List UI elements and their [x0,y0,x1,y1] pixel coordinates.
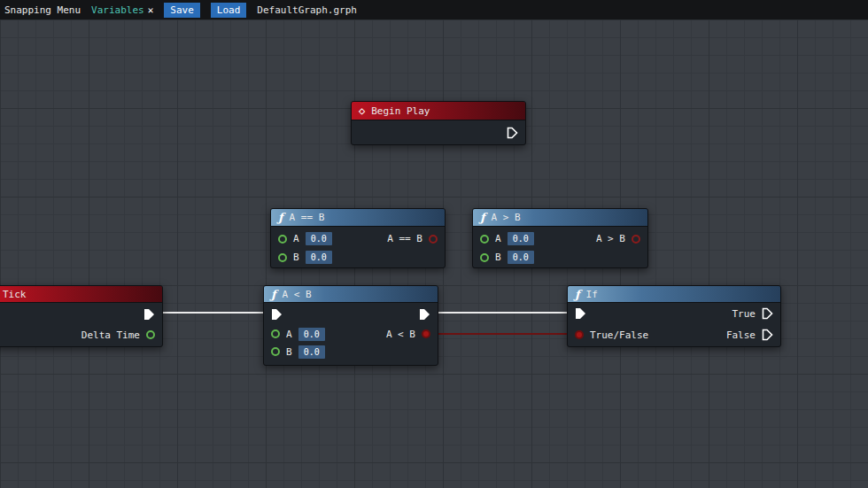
exec-wire-tick-to-altb[interactable] [154,312,275,314]
save-button[interactable]: Save [164,3,200,18]
node-if[interactable]: ƒ If True True/False False [567,285,781,347]
node-title: Begin Play [371,105,430,117]
node-a-greater-b[interactable]: ƒ A > B A 0.0 B 0.0 A > B [472,208,648,268]
input-label: A [293,233,299,244]
bool-in-pin[interactable] [575,330,584,339]
output-row: A > B [596,229,640,248]
exec-pin-icon [575,307,586,320]
exec-in-pin[interactable] [271,308,283,321]
output-row: A == B [387,229,438,248]
value-input-b[interactable]: 0.0 [306,251,332,264]
toolbar: Snapping Menu Variables✕ Save Load Defau… [0,0,868,19]
output-label: A < B [386,329,415,340]
input-label: A [286,329,292,340]
exec-row [0,303,162,326]
node-title: A < B [283,289,312,300]
value-input-b[interactable]: 0.0 [298,345,325,359]
node-body-row [352,120,525,144]
output-label: A > B [596,233,625,244]
input-pin-a[interactable] [271,329,280,338]
node-title: A == B [290,212,325,223]
variables-tab[interactable]: Variables✕ [91,4,153,16]
exec-pin-icon [762,329,773,341]
number-out-pin[interactable] [146,330,155,339]
node-title: Tick [3,289,27,300]
node-a-equals-b[interactable]: ƒ A == B A 0.0 B 0.0 A == B [270,208,446,268]
exec-out-pin[interactable] [507,127,518,139]
input-label: A [495,233,501,244]
value-input-a[interactable]: 0.0 [298,328,325,341]
value-input-a[interactable]: 0.0 [508,232,534,245]
output-label: Delta Time [81,329,140,341]
input-pin-b[interactable] [271,347,280,356]
exec-pin-icon [419,308,430,321]
bool-out-pin[interactable] [429,235,438,244]
bool-out-pin[interactable] [422,329,430,338]
node-header[interactable]: ƒ A == B [271,209,445,227]
input-pin-a[interactable] [480,235,489,244]
output-row: A < B [386,325,430,343]
input-row: B 0.0 [271,248,445,267]
exec-row: True [568,303,780,324]
exec-out-pin-true[interactable] [762,307,773,320]
exec-pin-icon [762,307,773,320]
node-header[interactable]: ƒ If [568,286,780,303]
output-label: False [726,329,756,341]
value-input-a[interactable]: 0.0 [306,232,332,245]
input-pin-b[interactable] [278,253,287,262]
output-row: Delta Time [0,326,162,344]
exec-out-true: True [732,307,774,320]
graph-canvas[interactable]: ◇ Begin Play ƒ A == B A 0.0 B 0.0 A == B [0,19,868,488]
exec-out-pin[interactable] [419,308,430,321]
snapping-menu-button[interactable]: Snapping Menu [4,4,81,16]
function-icon: ƒ [271,288,276,301]
bool-wire-altb-to-if[interactable] [428,333,575,335]
function-icon: ƒ [480,211,485,224]
input-pin-a[interactable] [278,235,287,244]
exec-in-pin[interactable] [575,307,586,320]
exec-wire-altb-to-if[interactable] [430,312,574,314]
exec-pin-icon [143,308,155,321]
output-label: A == B [387,233,422,244]
load-button[interactable]: Load [211,3,247,18]
exec-pin-icon [271,308,283,321]
node-header[interactable]: ƒ A < B [264,286,438,303]
exec-pin-icon [507,127,518,139]
node-header[interactable]: ◇ Begin Play [352,102,525,120]
variables-tab-label: Variables [91,4,144,16]
node-tick[interactable]: Tick Delta Time [0,285,163,347]
function-icon: ƒ [575,288,580,301]
graph-filename: DefaultGraph.grph [257,4,357,16]
node-title: If [586,289,598,300]
condition-row: True/False False [568,324,780,345]
node-title: A > B [492,212,521,223]
input-label: B [293,252,299,263]
input-label: B [286,346,292,358]
bool-out-pin[interactable] [632,235,640,244]
exec-out-false: False [726,329,773,341]
input-label: B [495,252,501,263]
close-icon[interactable]: ✕ [148,4,154,16]
event-icon: ◇ [359,105,365,117]
exec-out-pin[interactable] [143,308,155,321]
node-a-less-b[interactable]: ƒ A < B A 0.0 B 0.0 A < B [263,285,438,366]
node-header[interactable]: Tick [0,286,162,303]
input-row: B 0.0 [264,343,438,360]
input-row: B 0.0 [473,248,647,267]
exec-out-pin-false[interactable] [762,329,773,341]
node-header[interactable]: ƒ A > B [473,209,647,227]
function-icon: ƒ [278,211,283,224]
input-label: True/False [590,329,648,341]
input-pin-b[interactable] [480,253,489,262]
value-input-b[interactable]: 0.0 [508,251,534,264]
output-label: True [732,308,756,320]
exec-row [264,303,438,325]
node-begin-play[interactable]: ◇ Begin Play [351,101,526,145]
